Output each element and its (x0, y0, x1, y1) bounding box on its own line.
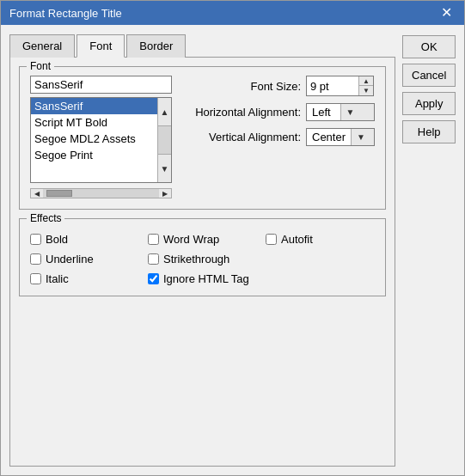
font-panel: Font SansSerif Script MT Bold Segoe MDL2… (9, 58, 395, 467)
effects-label: Effects (27, 212, 64, 224)
strikethrough-label: Strikethrough (163, 253, 229, 265)
v-align-row: Vertical Alignment: Center ▼ (180, 128, 375, 146)
side-buttons: OK Cancel Apply Help (402, 34, 456, 467)
word-wrap-checkbox-row: Word Wrap (148, 233, 257, 246)
strikethrough-checkbox[interactable] (148, 253, 159, 265)
h-scroll-track (43, 189, 159, 198)
autofit-checkbox[interactable] (266, 234, 277, 245)
font-right: Font Size: ▲ ▼ (180, 76, 375, 198)
font-size-label: Font Size: (180, 80, 301, 93)
ignore-html-label: Ignore HTML Tag (163, 272, 249, 285)
dialog: Format Rectangle Title ✕ General Font Bo… (0, 0, 465, 476)
font-size-container: ▲ ▼ (306, 76, 374, 96)
bold-checkbox-row: Bold (30, 233, 139, 246)
underline-checkbox-row: Underline (30, 253, 139, 265)
spin-down-button[interactable]: ▼ (359, 86, 373, 95)
v-align-value: Center (307, 129, 351, 145)
font-section: Font SansSerif Script MT Bold Segoe MDL2… (19, 66, 386, 210)
h-align-label: Horizontal Alignment: (180, 106, 301, 119)
font-left: SansSerif Script MT Bold Segoe MDL2 Asse… (30, 76, 172, 198)
scroll-track (158, 126, 171, 155)
italic-checkbox[interactable] (30, 273, 41, 284)
font-list-scrollbar: ▲ ▼ (157, 98, 171, 182)
underline-checkbox[interactable] (30, 253, 41, 265)
title-bar: Format Rectangle Title ✕ (1, 1, 464, 25)
spin-up-button[interactable]: ▲ (359, 76, 373, 86)
spin-buttons: ▲ ▼ (358, 76, 373, 95)
italic-checkbox-row: Italic (30, 272, 139, 285)
effects-grid: Bold Word Wrap Autofit (30, 228, 375, 285)
h-scroll-left-button[interactable]: ◀ (31, 189, 43, 198)
dialog-body: General Font Border Font (1, 25, 464, 475)
bold-checkbox[interactable] (30, 234, 41, 245)
tab-font[interactable]: Font (76, 34, 125, 58)
font-controls: SansSerif Script MT Bold Segoe MDL2 Asse… (30, 76, 375, 198)
v-align-dropdown[interactable]: Center ▼ (306, 128, 375, 146)
help-button[interactable]: Help (402, 120, 456, 143)
bold-label: Bold (46, 233, 68, 246)
font-list: SansSerif Script MT Bold Segoe MDL2 Asse… (31, 98, 157, 182)
h-align-arrow: ▼ (340, 104, 375, 120)
font-name-input[interactable] (30, 76, 172, 94)
font-section-label: Font (27, 60, 54, 72)
v-align-arrow: ▼ (351, 129, 374, 145)
word-wrap-label: Word Wrap (163, 233, 219, 246)
tab-border[interactable]: Border (126, 34, 186, 58)
ignore-html-checkbox-row: Ignore HTML Tag (148, 272, 257, 285)
apply-button[interactable]: Apply (402, 92, 456, 115)
list-item[interactable]: Script MT Bold (31, 114, 157, 131)
underline-label: Underline (46, 253, 94, 265)
word-wrap-checkbox[interactable] (148, 234, 159, 245)
font-list-container: SansSerif Script MT Bold Segoe MDL2 Asse… (30, 97, 172, 183)
ok-button[interactable]: OK (402, 35, 456, 58)
h-scrollbar: ◀ ▶ (30, 188, 172, 198)
ignore-html-checkbox[interactable] (148, 273, 159, 284)
scroll-up-button[interactable]: ▲ (158, 98, 171, 126)
italic-label: Italic (46, 272, 69, 285)
font-size-row: Font Size: ▲ ▼ (180, 76, 375, 96)
dialog-title: Format Rectangle Title (9, 7, 122, 20)
h-scroll-thumb[interactable] (46, 190, 72, 197)
cancel-button[interactable]: Cancel (402, 64, 456, 87)
list-item[interactable]: Segoe MDL2 Assets (31, 131, 157, 147)
autofit-checkbox-row: Autofit (266, 233, 375, 246)
h-align-row: Horizontal Alignment: Left ▼ (180, 103, 375, 121)
strikethrough-checkbox-row: Strikethrough (148, 253, 257, 265)
h-align-dropdown[interactable]: Left ▼ (306, 103, 375, 121)
scroll-down-button[interactable]: ▼ (158, 155, 171, 182)
tabs: General Font Border (9, 34, 395, 58)
h-align-value: Left (307, 104, 340, 120)
h-scroll-right-button[interactable]: ▶ (159, 189, 171, 198)
autofit-label: Autofit (281, 233, 313, 246)
effects-section: Effects Bold Word Wrap A (19, 218, 386, 296)
close-button[interactable]: ✕ (437, 6, 456, 20)
main-area: General Font Border Font (9, 34, 395, 467)
list-item[interactable]: SansSerif (31, 98, 157, 114)
v-align-label: Vertical Alignment: (180, 131, 301, 143)
list-item[interactable]: Segoe Print (31, 147, 157, 163)
font-size-input[interactable] (307, 78, 358, 95)
tab-general[interactable]: General (9, 34, 75, 58)
